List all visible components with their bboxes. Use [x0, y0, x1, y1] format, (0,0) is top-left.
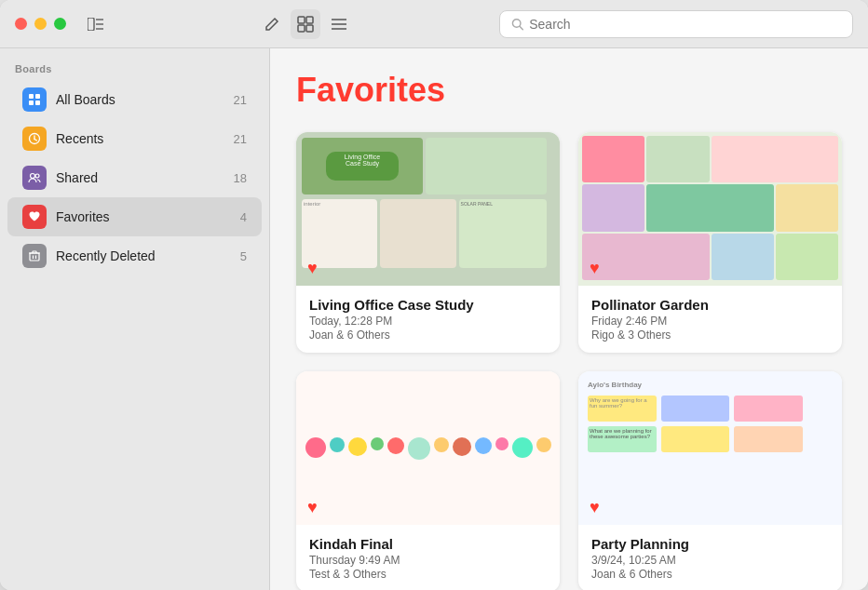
content-area: Favorites Living OfficeCase Study interi…	[270, 48, 868, 590]
board-title-living-office: Living Office Case Study	[309, 297, 547, 313]
favorites-count: 4	[240, 210, 247, 224]
kindah-blob	[536, 437, 551, 452]
maximize-button[interactable]	[54, 18, 66, 30]
search-bar[interactable]	[499, 10, 853, 38]
board-title-party: Party Planning	[591, 536, 829, 552]
grid-view-button[interactable]	[291, 9, 320, 39]
minimize-button[interactable]	[34, 18, 47, 30]
board-thumbnail-pollinator-garden: ♥	[578, 132, 842, 286]
board-title-pollinator: Pollinator Garden	[591, 297, 829, 313]
recently-deleted-icon	[22, 244, 47, 268]
shared-count: 18	[234, 171, 247, 185]
recents-label: Recents	[56, 131, 224, 146]
kindah-blob	[305, 437, 326, 458]
sidebar-section-label: Boards	[0, 63, 269, 80]
board-thumbnail-living-office: Living OfficeCase Study interior SOLAR P…	[296, 132, 560, 286]
sidebar-item-recents[interactable]: Recents 21	[7, 119, 262, 158]
recently-deleted-count: 5	[240, 249, 247, 263]
svg-rect-22	[30, 253, 39, 261]
board-members-party: Joan & 6 Others	[591, 568, 829, 581]
boards-grid: Living OfficeCase Study interior SOLAR P…	[296, 132, 842, 590]
board-members-living-office: Joan & 6 Others	[309, 329, 547, 342]
kindah-blob	[371, 437, 384, 450]
board-title-kindah: Kindah Final	[309, 536, 547, 552]
new-board-button[interactable]	[257, 9, 287, 39]
shared-icon	[22, 166, 47, 190]
sidebar-item-favorites[interactable]: Favorites 4	[7, 197, 262, 236]
kindah-blob	[475, 437, 492, 454]
sidebar-item-all-boards[interactable]: All Boards 21	[7, 80, 262, 119]
svg-rect-4	[298, 17, 305, 23]
kindah-blob	[408, 437, 430, 460]
sidebar-item-recently-deleted[interactable]: Recently Deleted 5	[7, 236, 262, 275]
kindah-blob	[453, 437, 471, 456]
all-boards-count: 21	[234, 93, 247, 107]
recents-count: 21	[234, 132, 247, 146]
svg-rect-16	[35, 101, 40, 105]
main-content: Boards All Boards 21	[0, 48, 868, 590]
board-members-pollinator: Rigo & 3 Others	[591, 329, 829, 342]
kindah-blob	[348, 437, 367, 456]
shared-label: Shared	[56, 170, 224, 185]
favorite-heart-icon-kindah: ♥	[307, 498, 318, 517]
board-thumbnail-party-planning: Aylo's Birthday Why are we going for a f…	[578, 371, 842, 525]
board-date-living-office: Today, 12:28 PM	[309, 315, 547, 328]
kindah-blob	[495, 437, 509, 450]
search-icon	[511, 18, 523, 31]
recents-icon	[22, 127, 47, 151]
board-card-kindah-final[interactable]: ♥ Kindah Final Thursday 9:49 AM Test & 3…	[296, 371, 560, 590]
app-window: Boards All Boards 21	[0, 0, 868, 590]
svg-rect-5	[306, 17, 313, 23]
titlebar	[0, 0, 868, 48]
svg-rect-13	[29, 94, 34, 99]
board-info-pollinator: Pollinator Garden Friday 2:46 PM Rigo & …	[578, 286, 842, 353]
all-boards-icon	[22, 87, 47, 112]
all-boards-label: All Boards	[56, 92, 224, 107]
sidebar-item-shared[interactable]: Shared 18	[7, 158, 262, 197]
board-card-party-planning[interactable]: Aylo's Birthday Why are we going for a f…	[578, 371, 842, 590]
board-info-living-office: Living Office Case Study Today, 12:28 PM…	[296, 286, 560, 353]
board-thumbnail-kindah-final: ♥	[296, 371, 560, 525]
svg-rect-7	[306, 25, 313, 32]
svg-rect-6	[298, 25, 305, 32]
favorite-heart-icon: ♥	[307, 259, 318, 278]
traffic-lights	[15, 18, 66, 30]
svg-line-12	[520, 26, 522, 29]
page-title: Favorites	[296, 71, 842, 110]
board-info-party: Party Planning 3/9/24, 10:25 AM Joan & 6…	[578, 525, 842, 590]
board-date-pollinator: Friday 2:46 PM	[591, 315, 829, 328]
recently-deleted-label: Recently Deleted	[56, 248, 231, 263]
close-button[interactable]	[15, 18, 27, 30]
favorites-label: Favorites	[56, 209, 231, 224]
sidebar-toggle-button[interactable]	[81, 9, 111, 39]
svg-line-19	[34, 140, 37, 141]
list-view-button[interactable]	[324, 9, 354, 39]
sidebar: Boards All Boards 21	[0, 48, 270, 590]
kindah-blob	[434, 437, 449, 452]
favorite-heart-icon-pollinator: ♥	[590, 259, 600, 278]
board-members-kindah: Test & 3 Others	[309, 568, 547, 581]
svg-rect-14	[35, 94, 40, 99]
svg-rect-0	[88, 18, 94, 31]
board-date-kindah: Thursday 9:49 AM	[309, 554, 547, 567]
kindah-blob	[512, 437, 533, 458]
kindah-blob	[387, 437, 404, 454]
svg-point-20	[31, 174, 35, 179]
favorites-icon	[22, 205, 47, 229]
board-card-living-office[interactable]: Living OfficeCase Study interior SOLAR P…	[296, 132, 560, 353]
svg-rect-15	[29, 101, 34, 105]
board-card-pollinator-garden[interactable]: ♥ Pollinator Garden Friday 2:46 PM Rigo …	[578, 132, 842, 353]
board-info-kindah: Kindah Final Thursday 9:49 AM Test & 3 O…	[296, 525, 560, 590]
board-date-party: 3/9/24, 10:25 AM	[591, 554, 829, 567]
search-input[interactable]	[529, 17, 841, 32]
svg-point-21	[35, 174, 39, 178]
kindah-blob	[330, 437, 345, 452]
favorite-heart-icon-party: ♥	[590, 498, 600, 517]
